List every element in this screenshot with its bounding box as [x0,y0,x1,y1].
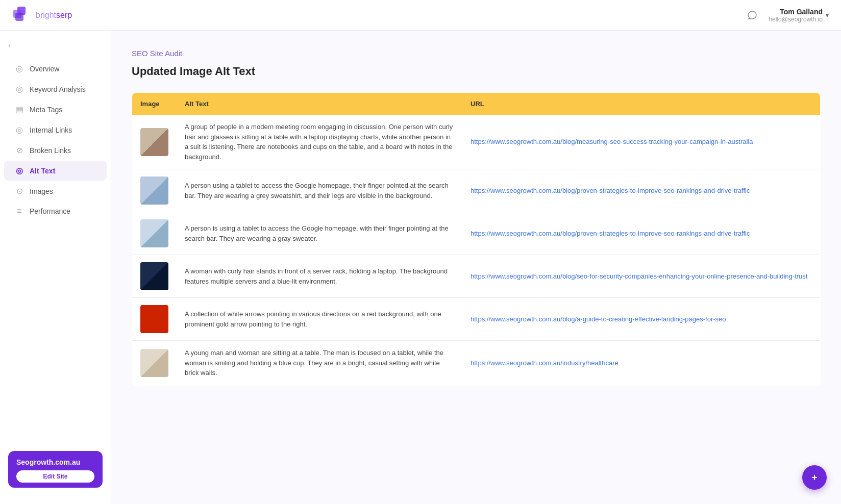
sidebar-item-label: Keyword Analysis [30,85,86,93]
sidebar: ‹ ◎ Overview ◎ Keyword Analysis ▤ Meta T… [0,31,111,504]
table-cell-url: https://www.seogrowth.com.au/blog/measur… [462,115,821,169]
layout: ‹ ◎ Overview ◎ Keyword Analysis ▤ Meta T… [0,31,841,504]
sidebar-item-label: Alt Text [30,167,55,175]
table-cell-image [132,341,177,386]
url-link[interactable]: https://www.seogrowth.com.au/blog/proven… [471,186,812,196]
keyword-icon: ◎ [14,84,24,94]
alt-text-table: Image Alt Text URL A group of people in … [132,92,821,386]
meta-tags-icon: ▤ [14,105,24,114]
url-link[interactable]: https://www.seogrowth.com.au/blog/a-guid… [471,314,812,324]
table-row: A woman with curly hair stands in front … [132,255,821,298]
edit-site-button[interactable]: Edit Site [16,470,94,483]
site-card: Seogrowth.com.au Edit Site [8,451,103,488]
sidebar-item-overview[interactable]: ◎ Overview [4,59,107,79]
sidebar-item-broken-links[interactable]: ⊘ Broken Links [4,140,107,160]
table-cell-image [132,212,177,255]
images-icon: ⊙ [14,186,24,196]
fab-button[interactable] [802,465,827,490]
table-cell-image [132,169,177,212]
table-cell-alt-text: A person is using a tablet to access the… [177,212,462,255]
image-thumbnail [140,349,168,377]
table-cell-url: https://www.seogrowth.com.au/blog/a-guid… [462,298,821,341]
page-title: Updated Image Alt Text [132,65,821,78]
site-card-name: Seogrowth.com.au [16,458,94,466]
logo-text: brightserp [36,11,72,20]
url-link[interactable]: https://www.seogrowth.com.au/blog/measur… [471,137,812,147]
sidebar-item-label: Meta Tags [30,106,62,114]
image-thumbnail [140,219,168,247]
internal-links-icon: ◎ [14,125,24,135]
table-row: A collection of white arrows pointing in… [132,298,821,341]
sidebar-item-images[interactable]: ⊙ Images [4,181,107,201]
image-thumbnail [140,262,168,290]
table-cell-image [132,115,177,169]
table-cell-alt-text: A young man and woman are sitting at a t… [177,341,462,386]
sidebar-item-label: Performance [30,207,70,215]
broken-links-icon: ⊘ [14,145,24,155]
sidebar-item-internal-links[interactable]: ◎ Internal Links [4,120,107,140]
sidebar-item-keyword-analysis[interactable]: ◎ Keyword Analysis [4,79,107,99]
table-cell-url: https://www.seogrowth.com.au/blog/seo-fo… [462,255,821,298]
svg-rect-2 [15,13,23,21]
chat-button[interactable] [744,7,760,23]
user-info[interactable]: Tom Galland hello@seogrowth.io ▾ [769,8,829,23]
col-header-image: Image [132,93,177,115]
logo-icon [12,6,32,25]
table-cell-image [132,298,177,341]
user-email: hello@seogrowth.io [769,16,823,23]
image-thumbnail [140,305,168,333]
table-cell-alt-text: A woman with curly hair stands in front … [177,255,462,298]
top-header: brightserp Tom Galland hello@seogrowth.i… [0,0,841,31]
table-cell-url: https://www.seogrowth.com.au/industry/he… [462,341,821,386]
alt-text-icon: ◎ [14,166,24,175]
col-header-url: URL [462,93,821,115]
logo: brightserp [12,6,72,25]
chevron-down-icon: ▾ [826,12,829,19]
table-cell-url: https://www.seogrowth.com.au/blog/proven… [462,212,821,255]
user-text: Tom Galland hello@seogrowth.io [769,8,823,23]
main-content: SEO Site Audit Updated Image Alt Text Im… [111,31,841,504]
sidebar-item-label: Internal Links [30,126,72,134]
col-header-alt-text: Alt Text [177,93,462,115]
sidebar-item-alt-text[interactable]: ◎ Alt Text [4,161,107,181]
sidebar-bottom: Seogrowth.com.au Edit Site [0,443,111,496]
sidebar-item-label: Images [30,187,53,195]
table-cell-alt-text: A collection of white arrows pointing in… [177,298,462,341]
sidebar-item-meta-tags[interactable]: ▤ Meta Tags [4,99,107,119]
sidebar-item-performance[interactable]: ≡ Performance [4,201,107,221]
table-cell-url: https://www.seogrowth.com.au/blog/proven… [462,169,821,212]
url-link[interactable]: https://www.seogrowth.com.au/blog/seo-fo… [471,271,812,282]
image-thumbnail [140,177,168,205]
table-cell-alt-text: A person using a tablet to access the Go… [177,169,462,212]
overview-icon: ◎ [14,64,24,73]
table-cell-alt-text: A group of people in a modern meeting ro… [177,115,462,169]
table-row: A young man and woman are sitting at a t… [132,341,821,386]
sidebar-item-label: Broken Links [30,146,71,155]
sidebar-collapse-button[interactable]: ‹ [0,39,111,58]
sidebar-top: ‹ ◎ Overview ◎ Keyword Analysis ▤ Meta T… [0,39,111,221]
image-thumbnail [140,128,168,156]
performance-icon: ≡ [14,207,24,216]
table-row: A person using a tablet to access the Go… [132,169,821,212]
url-link[interactable]: https://www.seogrowth.com.au/blog/proven… [471,229,812,239]
section-label: SEO Site Audit [132,49,821,58]
table-row: A group of people in a modern meeting ro… [132,115,821,169]
table-row: A person is using a tablet to access the… [132,212,821,255]
table-cell-image [132,255,177,298]
header-right: Tom Galland hello@seogrowth.io ▾ [744,7,829,23]
user-name: Tom Galland [769,8,823,16]
sidebar-item-label: Overview [30,65,59,73]
table-header-row: Image Alt Text URL [132,93,821,115]
url-link[interactable]: https://www.seogrowth.com.au/industry/he… [471,358,812,368]
